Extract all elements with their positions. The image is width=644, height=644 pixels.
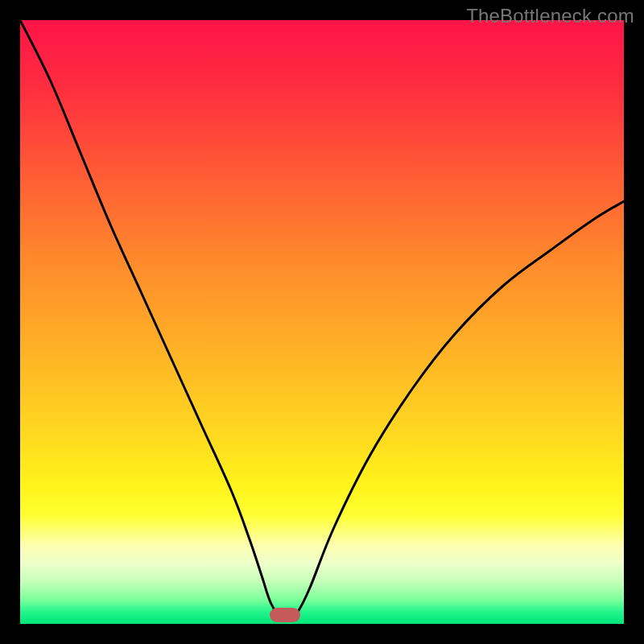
curve-svg	[20, 20, 624, 624]
optimal-point-marker	[270, 608, 300, 622]
bottleneck-curve	[20, 20, 624, 617]
plot-area	[20, 20, 624, 624]
chart-frame: TheBottleneck.com	[0, 0, 644, 644]
watermark-text: TheBottleneck.com	[466, 5, 634, 27]
